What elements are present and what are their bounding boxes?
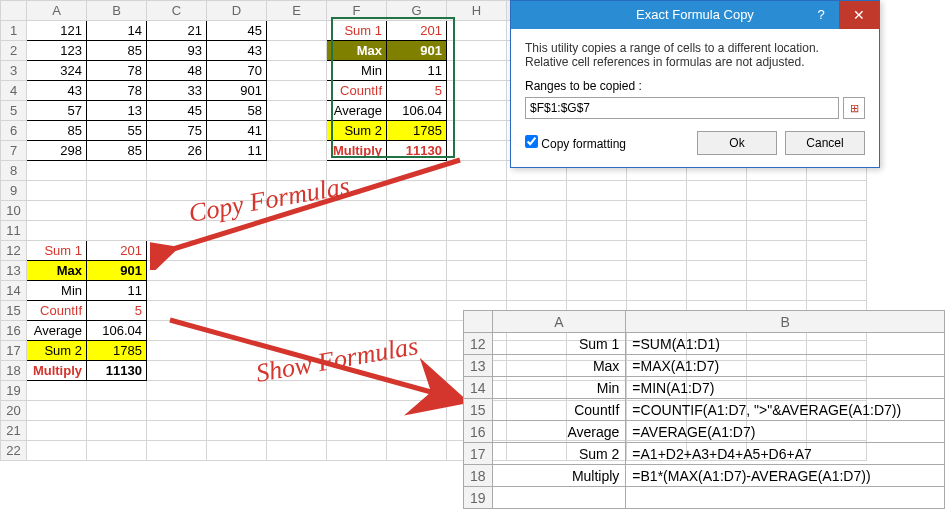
select-all[interactable] bbox=[1, 1, 27, 21]
cell-C2[interactable]: 93 bbox=[147, 41, 207, 61]
cell-H2[interactable] bbox=[447, 41, 507, 61]
cell-C5[interactable]: 45 bbox=[147, 101, 207, 121]
cell-D4[interactable]: 901 bbox=[207, 81, 267, 101]
cell-E22[interactable] bbox=[267, 441, 327, 461]
cell-B4[interactable]: 78 bbox=[87, 81, 147, 101]
cell-N11[interactable] bbox=[807, 221, 867, 241]
cell-D22[interactable] bbox=[207, 441, 267, 461]
f-row-19[interactable]: 19 bbox=[464, 487, 493, 509]
f-cell-A13[interactable]: Max bbox=[492, 355, 626, 377]
cell-A21[interactable] bbox=[27, 421, 87, 441]
ok-button[interactable]: Ok bbox=[697, 131, 777, 155]
close-button[interactable]: ✕ bbox=[839, 1, 879, 29]
cell-G6[interactable]: 1785 bbox=[387, 121, 447, 141]
f-row-14[interactable]: 14 bbox=[464, 377, 493, 399]
row-header-19[interactable]: 19 bbox=[1, 381, 27, 401]
cell-C3[interactable]: 48 bbox=[147, 61, 207, 81]
f-cell-B13[interactable]: =MAX(A1:D7) bbox=[626, 355, 945, 377]
f-row-13[interactable]: 13 bbox=[464, 355, 493, 377]
cell-A16[interactable]: Average bbox=[27, 321, 87, 341]
cell-H1[interactable] bbox=[447, 21, 507, 41]
cell-N13[interactable] bbox=[807, 261, 867, 281]
cell-B21[interactable] bbox=[87, 421, 147, 441]
cell-F14[interactable] bbox=[327, 281, 387, 301]
cell-B14[interactable]: 11 bbox=[87, 281, 147, 301]
row-header-8[interactable]: 8 bbox=[1, 161, 27, 181]
cell-L14[interactable] bbox=[687, 281, 747, 301]
cell-G4[interactable]: 5 bbox=[387, 81, 447, 101]
cell-C22[interactable] bbox=[147, 441, 207, 461]
cell-H3[interactable] bbox=[447, 61, 507, 81]
cell-H4[interactable] bbox=[447, 81, 507, 101]
cell-G21[interactable] bbox=[387, 421, 447, 441]
row-header-21[interactable]: 21 bbox=[1, 421, 27, 441]
cell-H5[interactable] bbox=[447, 101, 507, 121]
cell-C4[interactable]: 33 bbox=[147, 81, 207, 101]
cell-B20[interactable] bbox=[87, 401, 147, 421]
cell-N9[interactable] bbox=[807, 181, 867, 201]
cell-F6[interactable]: Sum 2 bbox=[327, 121, 387, 141]
row-header-16[interactable]: 16 bbox=[1, 321, 27, 341]
col-header-d[interactable]: D bbox=[207, 1, 267, 21]
cell-N10[interactable] bbox=[807, 201, 867, 221]
row-header-1[interactable]: 1 bbox=[1, 21, 27, 41]
cell-A20[interactable] bbox=[27, 401, 87, 421]
cell-A6[interactable]: 85 bbox=[27, 121, 87, 141]
cell-M12[interactable] bbox=[747, 241, 807, 261]
row-header-3[interactable]: 3 bbox=[1, 61, 27, 81]
cell-I14[interactable] bbox=[507, 281, 567, 301]
range-picker-button[interactable]: ⊞ bbox=[843, 97, 865, 119]
cell-D1[interactable]: 45 bbox=[207, 21, 267, 41]
f-cell-A16[interactable]: Average bbox=[492, 421, 626, 443]
formula-view-grid[interactable]: AB 12Sum 1=SUM(A1:D1)13Max=MAX(A1:D7)14M… bbox=[463, 310, 945, 509]
cell-A7[interactable]: 298 bbox=[27, 141, 87, 161]
cell-D5[interactable]: 58 bbox=[207, 101, 267, 121]
cell-E1[interactable] bbox=[267, 21, 327, 41]
cell-J13[interactable] bbox=[567, 261, 627, 281]
cell-G5[interactable]: 106.04 bbox=[387, 101, 447, 121]
cell-M13[interactable] bbox=[747, 261, 807, 281]
col-a-header[interactable]: A bbox=[492, 311, 626, 333]
cell-A9[interactable] bbox=[27, 181, 87, 201]
col-header-h[interactable]: H bbox=[447, 1, 507, 21]
cell-J9[interactable] bbox=[567, 181, 627, 201]
cell-H14[interactable] bbox=[447, 281, 507, 301]
cell-L13[interactable] bbox=[687, 261, 747, 281]
cell-B5[interactable]: 13 bbox=[87, 101, 147, 121]
row-header-7[interactable]: 7 bbox=[1, 141, 27, 161]
cell-A18[interactable]: Multiply bbox=[27, 361, 87, 381]
cell-J14[interactable] bbox=[567, 281, 627, 301]
f-cell-B14[interactable]: =MIN(A1:D7) bbox=[626, 377, 945, 399]
help-button[interactable]: ? bbox=[807, 1, 835, 29]
cell-K9[interactable] bbox=[627, 181, 687, 201]
cell-G22[interactable] bbox=[387, 441, 447, 461]
cell-A19[interactable] bbox=[27, 381, 87, 401]
row-header-13[interactable]: 13 bbox=[1, 261, 27, 281]
cell-E14[interactable] bbox=[267, 281, 327, 301]
copy-formatting-label[interactable]: Copy formatting bbox=[525, 135, 689, 151]
f-cell-A15[interactable]: CountIf bbox=[492, 399, 626, 421]
cell-D14[interactable] bbox=[207, 281, 267, 301]
cell-A5[interactable]: 57 bbox=[27, 101, 87, 121]
cell-A8[interactable] bbox=[27, 161, 87, 181]
cell-A14[interactable]: Min bbox=[27, 281, 87, 301]
cell-M10[interactable] bbox=[747, 201, 807, 221]
cell-C6[interactable]: 75 bbox=[147, 121, 207, 141]
cell-K13[interactable] bbox=[627, 261, 687, 281]
cell-B17[interactable]: 1785 bbox=[87, 341, 147, 361]
cell-F5[interactable]: Average bbox=[327, 101, 387, 121]
copy-formatting-checkbox[interactable] bbox=[525, 135, 538, 148]
cancel-button[interactable]: Cancel bbox=[785, 131, 865, 155]
cell-N12[interactable] bbox=[807, 241, 867, 261]
col-header-g[interactable]: G bbox=[387, 1, 447, 21]
cell-K11[interactable] bbox=[627, 221, 687, 241]
cell-A12[interactable]: Sum 1 bbox=[27, 241, 87, 261]
row-header-5[interactable]: 5 bbox=[1, 101, 27, 121]
cell-G3[interactable]: 11 bbox=[387, 61, 447, 81]
cell-F21[interactable] bbox=[327, 421, 387, 441]
cell-M14[interactable] bbox=[747, 281, 807, 301]
cell-I11[interactable] bbox=[507, 221, 567, 241]
cell-E2[interactable] bbox=[267, 41, 327, 61]
cell-A1[interactable]: 121 bbox=[27, 21, 87, 41]
cell-B9[interactable] bbox=[87, 181, 147, 201]
